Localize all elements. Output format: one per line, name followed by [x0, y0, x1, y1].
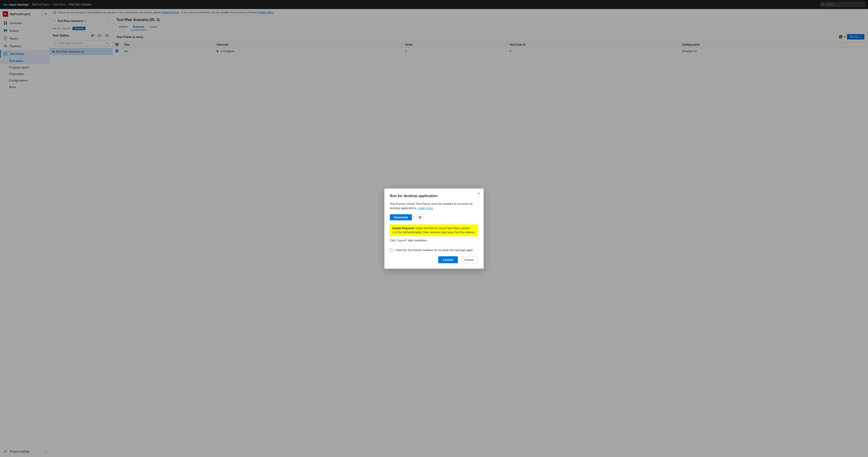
copy-icon: [418, 216, 422, 219]
modal-footer: Launch Cancel: [390, 256, 478, 263]
copy-link-button[interactable]: [416, 214, 424, 221]
modal-dialog: × Run for desktop application Test Runne…: [384, 189, 484, 269]
cancel-button[interactable]: Cancel: [460, 256, 478, 263]
update-warning: Update Required: Install Test Runner (Az…: [390, 224, 478, 236]
launch-button[interactable]: Launch: [438, 256, 458, 263]
modal-title: Run for desktop application: [390, 194, 478, 198]
dont-show-checkbox[interactable]: [390, 249, 393, 252]
download-row: Download |: [390, 214, 478, 221]
modal-close-button[interactable]: ×: [477, 191, 480, 196]
modal-divider: [390, 246, 478, 246]
dont-show-label: I have the Test Runner installed, do not…: [395, 249, 473, 252]
download-button[interactable]: Download: [390, 214, 412, 220]
svg-rect-33: [419, 217, 421, 219]
modal-body: Test Runner (Azure Test Plans) must be i…: [390, 202, 478, 210]
click-launch-text: Click "Launch" after installation.: [390, 239, 478, 242]
separator: |: [414, 216, 414, 219]
learn-more-link[interactable]: Learn more: [418, 206, 433, 210]
modal-overlay[interactable]: × Run for desktop application Test Runne…: [0, 0, 868, 457]
svg-rect-34: [419, 216, 421, 218]
checkbox-row: I have the Test Runner installed, do not…: [390, 249, 478, 252]
